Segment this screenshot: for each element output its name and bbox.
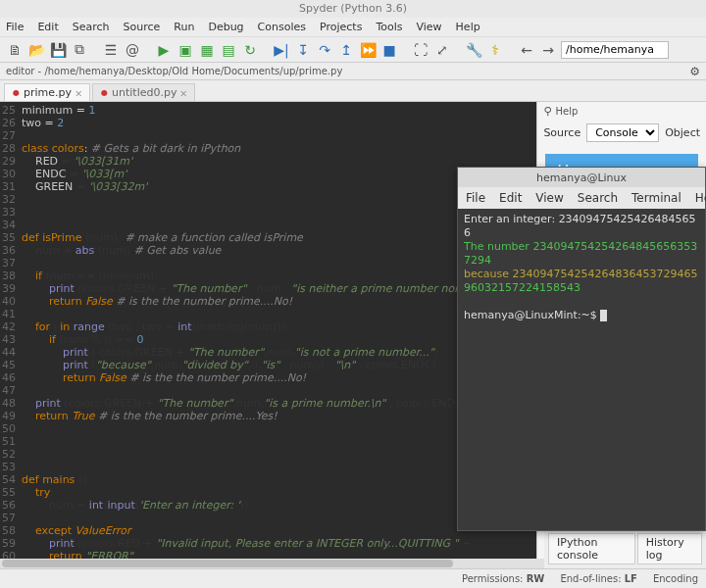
save-all-icon[interactable]: ⧉ <box>71 41 88 59</box>
window-title: Spyder (Python 3.6) <box>0 0 706 18</box>
debug-out-icon[interactable]: ↥ <box>337 41 355 59</box>
term-menu-view[interactable]: View <box>535 191 563 205</box>
menu-source[interactable]: Source <box>124 21 161 33</box>
object-label: Object <box>665 126 700 139</box>
statusbar: Permissions: RW End-of-lines: LF Encodin… <box>0 568 706 588</box>
wrench-icon[interactable]: 🔧 <box>465 41 482 59</box>
bottom-tab-history-log[interactable]: History log <box>637 533 702 564</box>
menu-help[interactable]: Help <box>456 21 480 33</box>
rerun-icon[interactable]: ↻ <box>241 41 259 59</box>
menu-consoles[interactable]: Consoles <box>258 21 306 33</box>
menu-run[interactable]: Run <box>174 21 194 33</box>
run-icon[interactable]: ▶ <box>155 41 173 59</box>
run-cell-advance-icon[interactable]: ▦ <box>198 41 216 59</box>
terminal-title: hemanya@Linux <box>458 168 705 187</box>
tab-untitled0-py[interactable]: ●untitled0.py ⨉ <box>92 83 195 101</box>
terminal-body[interactable]: Enter an integer: 234094754254264845656 … <box>458 209 705 326</box>
debug-continue-icon[interactable]: ⏩ <box>359 41 377 59</box>
debug-step-icon[interactable]: ▶| <box>273 41 290 59</box>
editor-tabs: ●prime.py ⨉●untitled0.py ⨉ <box>0 80 706 102</box>
menu-tools[interactable]: Tools <box>376 21 402 33</box>
term-menu-search[interactable]: Search <box>578 191 618 205</box>
maximize-icon[interactable]: ⛶ <box>412 41 429 59</box>
help-title: Help <box>555 106 578 117</box>
term-menu-file[interactable]: File <box>466 191 485 205</box>
run-cell-icon[interactable]: ▣ <box>176 41 194 59</box>
new-file-icon[interactable]: 🗎 <box>6 41 24 59</box>
debug-stop-icon[interactable]: ■ <box>380 41 398 59</box>
forward-icon[interactable]: → <box>539 41 557 59</box>
editor-header: editor - /home/hemanya/Desktop/Old Home/… <box>0 63 706 80</box>
source-label: Source <box>543 126 580 139</box>
editor-scrollbar[interactable] <box>0 559 544 568</box>
source-select[interactable]: Console <box>586 123 659 142</box>
menu-edit[interactable]: Edit <box>37 21 58 33</box>
menu-view[interactable]: View <box>416 21 441 33</box>
menubar: FileEditSearchSourceRunDebugConsolesProj… <box>0 18 706 37</box>
at-icon[interactable]: @ <box>124 41 141 59</box>
back-icon[interactable]: ← <box>518 41 535 59</box>
debug-over-icon[interactable]: ↷ <box>316 41 333 59</box>
toolbar: 🗎 📂 💾 ⧉ ☰ @ ▶ ▣ ▦ ▤ ↻ ▶| ↧ ↷ ↥ ⏩ ■ ⛶ ⤢ 🔧… <box>0 37 706 63</box>
menu-projects[interactable]: Projects <box>320 21 362 33</box>
list-icon[interactable]: ☰ <box>102 41 120 59</box>
menu-file[interactable]: File <box>6 21 24 33</box>
term-menu-help[interactable]: Help <box>695 191 706 205</box>
term-menu-edit[interactable]: Edit <box>499 191 522 205</box>
open-folder-icon[interactable]: 📂 <box>27 41 45 59</box>
debug-into-icon[interactable]: ↧ <box>294 41 312 59</box>
run-selection-icon[interactable]: ▤ <box>220 41 237 59</box>
fullscreen-icon[interactable]: ⤢ <box>433 41 451 59</box>
editor-path-label: editor - /home/hemanya/Desktop/Old Home/… <box>6 66 342 76</box>
term-menu-terminal[interactable]: Terminal <box>631 191 681 205</box>
path-input[interactable] <box>561 41 669 59</box>
terminal-menubar: FileEditViewSearchTerminalHelp <box>458 187 705 209</box>
bottom-tabs: IPython consoleHistory log <box>544 530 706 566</box>
terminal-window[interactable]: hemanya@Linux FileEditViewSearchTerminal… <box>457 167 706 531</box>
tab-prime-py[interactable]: ●prime.py ⨉ <box>4 83 90 101</box>
menu-search[interactable]: Search <box>73 21 110 33</box>
help-gear-icon[interactable]: ⚲ <box>543 105 551 118</box>
save-icon[interactable]: 💾 <box>49 41 67 59</box>
menu-debug[interactable]: Debug <box>208 21 243 33</box>
bottom-tab-ipython-console[interactable]: IPython console <box>548 533 635 564</box>
editor-gear-icon[interactable]: ⚙ <box>689 65 700 78</box>
python-icon[interactable]: ⚕ <box>486 41 504 59</box>
